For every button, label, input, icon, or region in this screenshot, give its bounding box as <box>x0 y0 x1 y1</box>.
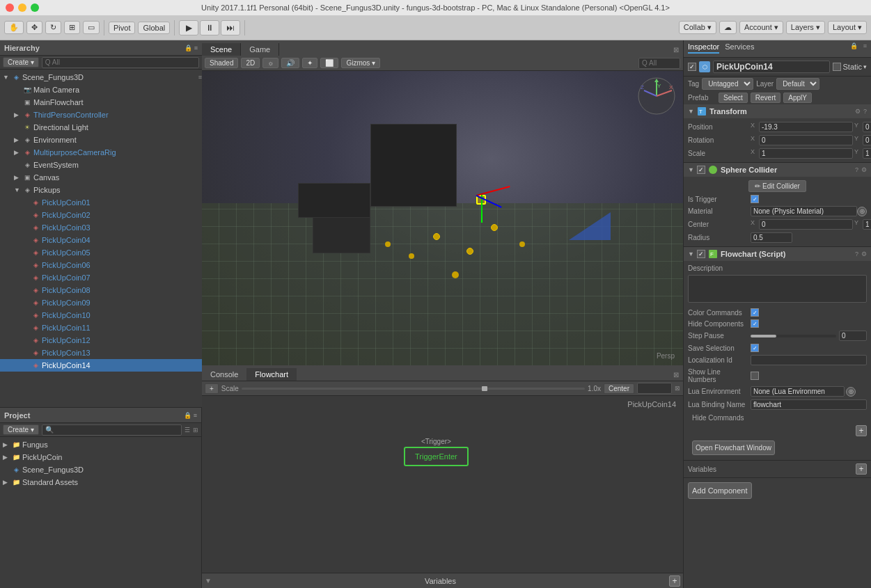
tree-item-coin14[interactable]: ◈ PickUpCoin14 <box>0 359 202 372</box>
scene-tab[interactable]: Scene <box>202 43 241 56</box>
bottom-maximize-icon[interactable]: ⊠ <box>669 369 683 381</box>
scene-maximize-icon[interactable]: ⊠ <box>669 44 683 56</box>
tree-item-environment[interactable]: ▶ ◈ Environment <box>0 134 202 146</box>
console-tab[interactable]: Console <box>202 368 246 381</box>
scale-tool-btn[interactable]: ⊞ <box>64 21 80 34</box>
tree-item-coin05[interactable]: ◈ PickUpCoin05 <box>0 246 202 259</box>
rect-tool-btn[interactable]: ▭ <box>83 21 100 34</box>
lua-binding-input[interactable] <box>751 399 867 410</box>
project-item-fungus[interactable]: ▶ 📁 Fungus <box>0 438 201 451</box>
scale-x-input[interactable] <box>759 148 853 159</box>
gizmos-dropdown[interactable]: Gizmos ▾ <box>341 58 380 68</box>
description-textarea[interactable] <box>688 275 867 303</box>
tree-item-coin07[interactable]: ◈ PickUpCoin07 <box>0 271 202 284</box>
tree-item-coin10[interactable]: ◈ PickUpCoin10 <box>0 309 202 321</box>
select-btn[interactable]: Select <box>719 93 748 103</box>
tree-item-thirdperson[interactable]: ▶ ◈ ThirdPersonController <box>0 109 202 121</box>
scale-y-input[interactable] <box>863 148 871 159</box>
flowchart-search-input[interactable] <box>637 383 672 394</box>
hierarchy-menu-icon[interactable]: ≡ <box>194 45 198 51</box>
collab-btn[interactable]: Collab ▾ <box>679 21 716 34</box>
lua-environment-pick-btn[interactable]: ◎ <box>846 387 856 397</box>
add-variable-btn[interactable]: + <box>669 575 680 587</box>
hierarchy-search-input[interactable] <box>42 57 199 68</box>
hierarchy-lock-icon[interactable]: 🔒 <box>185 45 192 51</box>
tree-item-coin09[interactable]: ◈ PickUpCoin09 <box>0 296 202 309</box>
center-x-input[interactable] <box>759 219 853 230</box>
sphere-collider-info-icon[interactable]: ? <box>855 166 858 173</box>
sphere-collider-settings-icon[interactable]: ⚙ <box>861 166 867 173</box>
inspector-menu-icon[interactable]: ≡ <box>863 42 867 54</box>
close-btn[interactable] <box>6 3 14 12</box>
flowchart-script-enabled-checkbox[interactable] <box>697 250 705 258</box>
add-component-btn[interactable]: Add Component <box>688 482 752 499</box>
project-search-input[interactable] <box>42 424 182 436</box>
layers-dropdown[interactable]: Layers ▾ <box>786 21 825 34</box>
tree-item-eventsystem[interactable]: ◈ EventSystem <box>0 159 202 171</box>
apply-btn[interactable]: ApplY <box>783 93 812 103</box>
effects-btn[interactable]: ✦ <box>302 58 317 68</box>
variables-add-btn[interactable]: + <box>856 463 867 475</box>
tree-item-coin12[interactable]: ◈ PickUpCoin12 <box>0 334 202 347</box>
project-item-scene[interactable]: ◈ Scene_Fungus3D <box>0 463 201 476</box>
open-flowchart-btn[interactable]: Open Flowchart Window <box>692 440 775 455</box>
tree-item-coin02[interactable]: ◈ PickUpCoin02 <box>0 209 202 221</box>
2d-btn[interactable]: 2D <box>241 58 260 68</box>
trigger-node[interactable]: <Trigger> TriggerEnter <box>404 438 469 466</box>
pivot-btn[interactable]: Pivot <box>109 22 135 34</box>
object-name-input[interactable] <box>713 61 830 73</box>
move-tool-btn[interactable]: ✥ <box>26 21 42 34</box>
tree-item-coin11[interactable]: ◈ PickUpCoin11 <box>0 321 202 334</box>
scene-viewport[interactable]: Y X Z <box>202 71 683 365</box>
shading-dropdown[interactable]: Shaded <box>205 58 238 68</box>
show-line-numbers-checkbox[interactable] <box>751 372 759 380</box>
rotate-tool-btn[interactable]: ↻ <box>45 21 61 34</box>
tree-item-directionallight[interactable]: ☀ Directional Light <box>0 121 202 134</box>
lights-btn[interactable]: ☼ <box>262 58 278 68</box>
tree-item-pickups[interactable]: ▼ ◈ Pickups <box>0 184 202 196</box>
flowchart-tab[interactable]: Flowchart <box>246 368 297 381</box>
tag-dropdown[interactable]: Untagged <box>702 78 753 90</box>
is-trigger-checkbox[interactable] <box>751 195 759 203</box>
center-btn[interactable]: Center <box>604 383 634 394</box>
edit-collider-btn[interactable]: ✏ Edit Collider <box>748 180 806 192</box>
tree-item-camerarig[interactable]: ▶ ◈ MultipurposeCameraRig <box>0 146 202 159</box>
play-btn[interactable]: ▶ <box>179 20 198 35</box>
sphere-collider-header[interactable]: ▼ Sphere Collider ? ⚙ <box>684 163 871 177</box>
tree-item-coin06[interactable]: ◈ PickUpCoin06 <box>0 259 202 271</box>
pause-btn[interactable]: ⏸ <box>200 20 219 35</box>
audio-btn[interactable]: 🔊 <box>281 58 299 68</box>
tree-item-mainflowchart[interactable]: ▣ MainFlowchart <box>0 96 202 109</box>
project-menu-icon[interactable]: ≡ <box>194 412 197 419</box>
layer-dropdown[interactable]: Default <box>776 78 819 90</box>
rotation-x-input[interactable] <box>759 135 853 145</box>
lua-environment-input[interactable] <box>751 386 845 397</box>
hide-components-checkbox[interactable] <box>751 319 759 328</box>
tree-item-coin01[interactable]: ◈ PickUpCoin01 <box>0 196 202 209</box>
flowchart-menu-icon[interactable]: ⊠ <box>675 385 680 392</box>
hide-commands-add-btn[interactable]: + <box>856 425 867 436</box>
object-active-checkbox[interactable] <box>688 63 696 71</box>
sphere-enabled-checkbox[interactable] <box>697 166 705 174</box>
layout-dropdown[interactable]: Layout ▾ <box>828 21 867 34</box>
trigger-enter-box[interactable]: TriggerEnter <box>404 447 469 466</box>
transform-settings-icon[interactable]: ⚙ <box>855 108 861 115</box>
tree-item-maincamera[interactable]: 📷 Main Camera <box>0 84 202 96</box>
services-tab[interactable]: Services <box>725 42 754 54</box>
project-icon-btn-2[interactable]: ⊞ <box>193 427 198 434</box>
step-btn[interactable]: ⏭ <box>221 20 240 35</box>
maximize-btn[interactable] <box>31 3 39 12</box>
flowchart-script-info-icon[interactable]: ? <box>855 251 858 257</box>
project-item-standardassets[interactable]: ▶ 📁 Standard Assets <box>0 476 201 488</box>
hierarchy-create-btn[interactable]: Create ▾ <box>3 57 39 67</box>
tree-item-coin13[interactable]: ◈ PickUpCoin13 <box>0 347 202 359</box>
flowchart-canvas[interactable]: PickUpCoin14 <Trigger> TriggerEnter <box>202 396 683 573</box>
game-tab[interactable]: Game <box>241 43 279 56</box>
localization-id-input[interactable] <box>751 355 867 365</box>
flowchart-script-header[interactable]: ▼ F Flowchart (Script) ? ⚙ <box>684 247 871 261</box>
scale-slider[interactable] <box>242 388 585 390</box>
step-pause-slider[interactable] <box>751 335 836 337</box>
rotation-y-input[interactable] <box>863 135 871 145</box>
project-item-pickupcoin[interactable]: ▶ 📁 PickUpCoin <box>0 451 201 463</box>
inspector-lock-icon[interactable]: 🔒 <box>850 42 858 54</box>
